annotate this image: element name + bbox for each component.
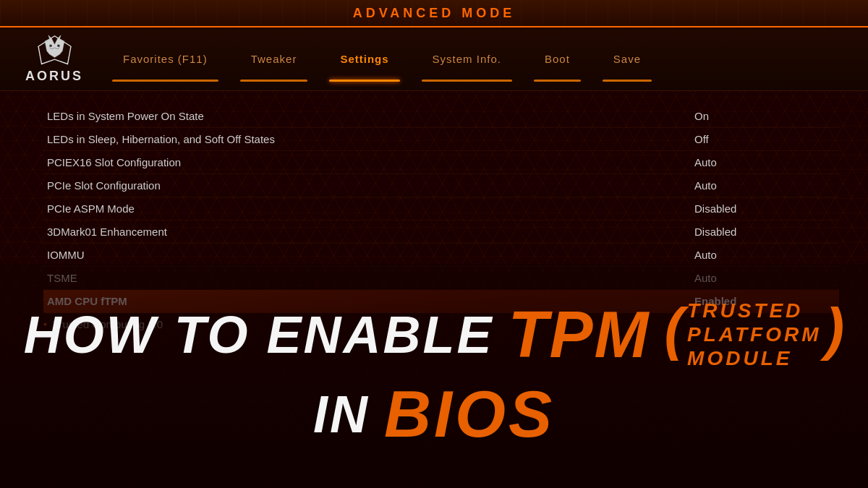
overlay-bios-text: BIOS (384, 377, 555, 452)
overlay-trusted-word-1: PLATFORM (687, 324, 821, 346)
logo-area: AORUS (7, 30, 101, 88)
overlay-text-area: HOW TO ENABLE TPM ( TRUSTED PLATFORM MOD… (0, 264, 868, 488)
table-row[interactable]: PCIEX16 Slot Configuration Auto (43, 151, 839, 174)
tab-underline-save (603, 80, 652, 82)
tab-tweaker[interactable]: Tweaker (229, 27, 319, 90)
tab-favorites[interactable]: Favorites (F11) (101, 27, 229, 90)
overlay-trusted-word-2: MODULE (687, 348, 792, 370)
tab-sysinfo[interactable]: System Info. (411, 27, 523, 90)
table-row[interactable]: 3DMark01 Enhancement Disabled (43, 221, 839, 244)
tab-boot[interactable]: Boot (523, 27, 592, 90)
overlay-line2: IN BIOS (313, 377, 555, 452)
nav-tabs: Favorites (F11) Tweaker Settings System … (101, 27, 868, 90)
tab-underline-boot (534, 80, 581, 82)
tab-underline-settings (329, 80, 399, 82)
logo-text: AORUS (25, 69, 83, 84)
overlay-trusted-word-0: TRUSTED (687, 300, 803, 322)
overlay-line1: HOW TO ENABLE TPM ( TRUSTED PLATFORM MOD… (24, 300, 844, 369)
tab-underline-tweaker (240, 80, 308, 82)
advanced-mode-title: ADVANCED MODE (353, 6, 516, 21)
tab-save[interactable]: Save (592, 27, 663, 90)
overlay-bracket-open: ( (664, 300, 684, 358)
overlay-trusted-words: TRUSTED PLATFORM MODULE (687, 300, 821, 369)
nav-bar: AORUS Favorites (F11) Tweaker Settings S… (0, 27, 868, 91)
table-row[interactable]: PCIe ASPM Mode Disabled (43, 197, 839, 221)
tab-underline-favorites (112, 80, 218, 82)
advanced-mode-bar: ADVANCED MODE (0, 0, 868, 27)
overlay-how-to-enable-text: HOW TO ENABLE (24, 309, 494, 361)
overlay-bracket-close: ) (825, 300, 845, 358)
overlay-tpm-text: TPM (508, 302, 650, 367)
tab-underline-sysinfo (422, 80, 512, 82)
overlay-in-text: IN (313, 385, 370, 444)
svg-point-1 (49, 44, 52, 47)
table-row[interactable]: LEDs in Sleep, Hibernation, and Soft Off… (43, 128, 839, 151)
table-row[interactable]: PCIe Slot Configuration Auto (43, 174, 839, 197)
header: ADVANCED MODE AORUS Favorites (F11) (0, 0, 868, 94)
svg-point-2 (57, 44, 60, 47)
aorus-wolf-logo (35, 35, 75, 67)
table-row[interactable]: LEDs in System Power On State On (43, 105, 839, 128)
tab-settings[interactable]: Settings (318, 27, 410, 90)
overlay-trusted-bracket-group: ( TRUSTED PLATFORM MODULE ) (664, 300, 844, 369)
